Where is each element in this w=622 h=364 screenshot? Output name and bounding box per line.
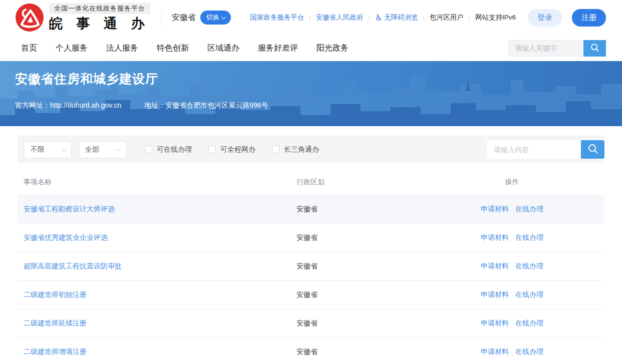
region-switch-label: 切换 (206, 13, 219, 22)
table-row: 超限高层建筑工程抗震设防审批 安徽省 申请材料 在线办理 (18, 252, 604, 280)
table-row: 二级建造师延续注册 安徽省 申请材料 在线办理 (18, 309, 604, 337)
table-row: 安徽省优秀建筑业企业评选 安徽省 申请材料 在线办理 (18, 223, 604, 252)
department-address: 地址：安徽省合肥市包河区紫云路996号 (144, 101, 268, 110)
table-header-row: 事项名称 行政区划 操作 (18, 170, 604, 195)
type-filter-dropdown[interactable]: 全部 (79, 141, 126, 158)
item-name-link[interactable]: 二级建造师初始注册 (24, 290, 87, 298)
link-baohe-user[interactable]: 包河区用户 (430, 13, 464, 22)
online-handle-link[interactable]: 在线办理 (515, 205, 543, 214)
search-icon (587, 143, 599, 156)
column-header-actions: 操作 (420, 178, 604, 187)
chevron-down-icon (62, 147, 66, 151)
department-meta: 官方网址：http://dohurd.ah.gov.cn 地址：安徽省合肥市包河… (15, 101, 268, 110)
section-divider (18, 129, 604, 129)
main-content: 不限 全部 可在线办理 可全程网办 长三角通办 (18, 136, 604, 364)
item-name-link[interactable]: 超限高层建筑工程抗震设防审批 (24, 262, 122, 270)
apply-materials-link[interactable]: 申请材料 (481, 290, 509, 299)
table-row: 二级建造师初始注册 安徽省 申请材料 在线办理 (18, 280, 604, 309)
item-name-link[interactable]: 安徽省优秀建筑业企业评选 (24, 233, 108, 241)
search-icon (589, 42, 600, 55)
item-region: 安徽省 (296, 262, 420, 271)
item-region: 安徽省 (296, 347, 420, 356)
nav-item-legal-person[interactable]: 法人服务 (106, 43, 138, 54)
table-search-button[interactable] (581, 140, 604, 159)
checkbox-icon (208, 146, 216, 153)
item-region: 安徽省 (296, 205, 420, 214)
online-handle-link[interactable]: 在线办理 (515, 347, 543, 356)
top-header: 全国一体化在线政务服务平台 皖 事 通 办 安徽省 切换 国家政务服务平台 | … (0, 0, 622, 35)
item-region: 安徽省 (296, 290, 420, 299)
item-name-link[interactable]: 二级建造师延续注册 (24, 319, 87, 327)
checkbox-icon (145, 146, 152, 153)
apply-materials-link[interactable]: 申请材料 (481, 347, 509, 356)
checkbox-label: 可在线办理 (157, 145, 192, 154)
region-filter-value: 不限 (31, 145, 45, 154)
nav-item-home[interactable]: 首页 (21, 43, 37, 54)
site-name: 皖 事 通 办 (49, 15, 150, 33)
checkbox-label: 长三角通办 (284, 145, 319, 154)
department-title: 安徽省住房和城乡建设厅 (15, 71, 158, 87)
apply-materials-link[interactable]: 申请材料 (481, 262, 509, 271)
main-nav: 首页 个人服务 法人服务 特色创新 区域通办 服务好差评 阳光政务 (0, 35, 622, 61)
brand-text: 全国一体化在线政务服务平台 皖 事 通 办 (49, 3, 150, 33)
checkbox-full-online[interactable]: 可全程网办 (208, 145, 255, 154)
nav-search-input[interactable] (508, 40, 583, 57)
page: 全国一体化在线政务服务平台 皖 事 通 办 安徽省 切换 国家政务服务平台 | … (0, 0, 622, 364)
link-separator: | (309, 14, 311, 22)
checkbox-icon (272, 146, 279, 153)
checkbox-online-handling[interactable]: 可在线办理 (145, 145, 192, 154)
link-national-platform[interactable]: 国家政务服务平台 (250, 13, 304, 22)
nav-list: 首页 个人服务 法人服务 特色创新 区域通办 服务好差评 阳光政务 (21, 43, 349, 54)
nav-item-service-rating[interactable]: 服务好差评 (258, 43, 298, 54)
label-ipv6: 网站支持IPv6 (475, 13, 516, 22)
apply-materials-link[interactable]: 申请材料 (481, 233, 509, 242)
vertical-divider (161, 10, 162, 25)
link-anhui-gov[interactable]: 安徽省人民政府 (316, 13, 364, 22)
current-region: 安徽省 (172, 13, 196, 23)
link-separator: | (368, 14, 370, 22)
topbar-links: 国家政务服务平台 | 安徽省人民政府 | ♿ 无障碍浏览 | 包河区用户 | 网… (250, 9, 606, 27)
item-region: 安徽省 (296, 319, 420, 328)
platform-tag: 全国一体化在线政务服务平台 (49, 3, 150, 14)
login-button[interactable]: 登录 (528, 9, 562, 27)
item-name-link[interactable]: 二级建造师增项注册 (24, 347, 87, 355)
site-logo-icon (15, 3, 44, 32)
link-accessibility[interactable]: ♿ 无障碍浏览 (375, 13, 418, 22)
table-row: 二级建造师增项注册 安徽省 申请材料 在线办理 (18, 337, 604, 364)
item-region: 安徽省 (296, 233, 420, 242)
department-banner: 安徽省住房和城乡建设厅 官方网址：http://dohurd.ah.gov.cn… (0, 61, 622, 126)
brand-block: 全国一体化在线政务服务平台 皖 事 通 办 安徽省 切换 (15, 3, 231, 33)
nav-item-open-gov[interactable]: 阳光政务 (317, 43, 349, 54)
link-separator: | (423, 14, 425, 22)
item-name-link[interactable]: 安徽省工程勘察设计大师评选 (24, 205, 115, 213)
register-button[interactable]: 注册 (572, 9, 606, 27)
nav-item-personal[interactable]: 个人服务 (56, 43, 88, 54)
type-filter-value: 全部 (85, 145, 99, 154)
chevron-down-icon (221, 15, 225, 19)
online-handle-link[interactable]: 在线办理 (515, 319, 543, 328)
nav-search (508, 40, 606, 57)
checkbox-label: 可全程网办 (220, 145, 255, 154)
table-search (487, 140, 604, 159)
column-header-region: 行政区划 (296, 178, 420, 187)
online-handle-link[interactable]: 在线办理 (515, 290, 543, 299)
chevron-down-icon (116, 147, 120, 151)
checkbox-yangtze-delta[interactable]: 长三角通办 (272, 145, 319, 154)
nav-item-innovation[interactable]: 特色创新 (157, 43, 189, 54)
department-website: 官方网址：http://dohurd.ah.gov.cn (15, 101, 121, 110)
accessibility-label: 无障碍浏览 (384, 13, 418, 22)
column-header-item-name: 事项名称 (18, 178, 296, 187)
online-handle-link[interactable]: 在线办理 (515, 262, 543, 271)
apply-materials-link[interactable]: 申请材料 (481, 319, 509, 328)
nav-item-regional[interactable]: 区域通办 (207, 43, 239, 54)
region-switch-button[interactable]: 切换 (200, 11, 231, 25)
filter-bar: 不限 全部 可在线办理 可全程网办 长三角通办 (18, 136, 604, 163)
online-handle-link[interactable]: 在线办理 (515, 233, 543, 242)
apply-materials-link[interactable]: 申请材料 (481, 205, 509, 214)
table-search-input[interactable] (487, 140, 581, 159)
table-row: 安徽省工程勘察设计大师评选 安徽省 申请材料 在线办理 (18, 195, 604, 223)
accessibility-icon: ♿ (375, 14, 383, 22)
region-filter-dropdown[interactable]: 不限 (24, 141, 72, 158)
nav-search-button[interactable] (583, 40, 606, 57)
link-separator: | (468, 14, 470, 22)
